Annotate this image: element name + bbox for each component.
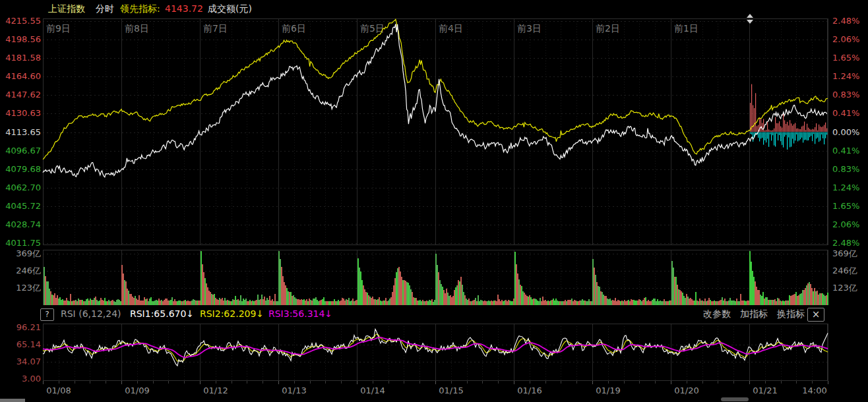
tab-minute-chart[interactable]: 分时 xyxy=(96,2,114,15)
turnover-label: 成交额(元) xyxy=(208,2,252,15)
main-chart-area[interactable] xyxy=(43,18,828,245)
swap-indicator-button[interactable]: 换指标 xyxy=(777,307,805,320)
pane-splitter-icon[interactable] xyxy=(746,14,754,24)
rsi2-value: RSI2:62.209↓ xyxy=(200,307,264,320)
stock-chart-window: 上证指数 分时 领先指标: 4143.72 成交额(元) ? RSI (6,12… xyxy=(0,0,868,402)
volume-chart-area[interactable] xyxy=(43,250,828,305)
rsi-indicator-name[interactable]: RSI (6,12,24) xyxy=(61,307,121,320)
rsi1-value: RSI1:65.670↓ xyxy=(130,307,194,320)
leading-indicator-label: 领先指标: xyxy=(120,2,160,15)
close-icon[interactable]: × xyxy=(807,308,824,322)
rsi-chart-area[interactable] xyxy=(43,324,828,381)
add-indicator-button[interactable]: 加指标 xyxy=(740,307,768,320)
rsi3-value: RSI3:56.314↓ xyxy=(268,307,332,320)
arrow-up-icon xyxy=(747,14,753,18)
horizontal-scrollbar-thumb[interactable] xyxy=(721,397,749,401)
edit-params-button[interactable]: 改参数 xyxy=(703,307,731,320)
arrow-down-icon xyxy=(747,20,753,24)
leading-indicator-value: 4143.72 xyxy=(165,2,203,15)
help-icon[interactable]: ? xyxy=(40,308,54,321)
symbol-name[interactable]: 上证指数 xyxy=(48,2,85,15)
scrollbar-corner xyxy=(0,399,25,402)
